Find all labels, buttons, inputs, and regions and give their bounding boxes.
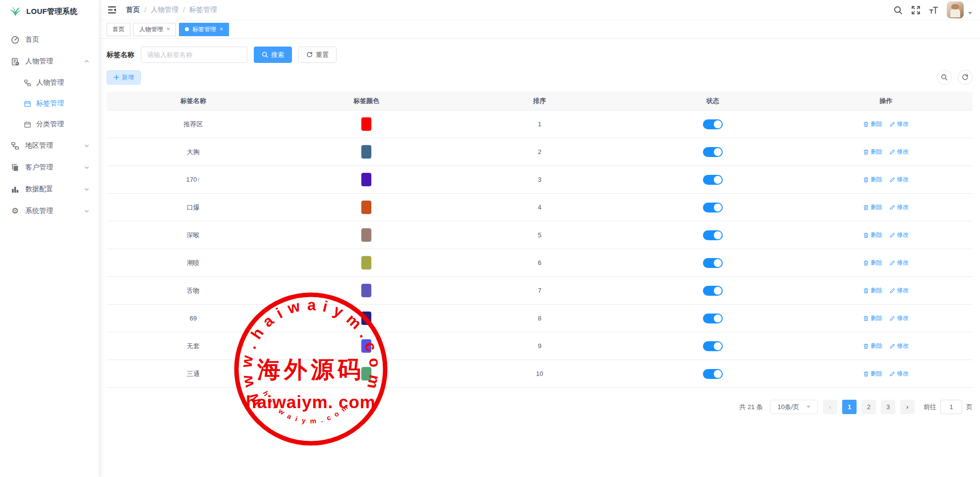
sidebar-item-person-management[interactable]: 人物管理: [0, 51, 99, 72]
goto-label: 前往: [923, 403, 936, 412]
edit-button[interactable]: 修改: [889, 120, 909, 128]
next-page-button[interactable]: ›: [900, 400, 915, 414]
page-unit-label: 页: [966, 403, 973, 412]
close-icon[interactable]: ×: [220, 26, 223, 32]
status-toggle[interactable]: [703, 175, 723, 185]
edit-button[interactable]: 修改: [889, 342, 909, 350]
delete-button[interactable]: 删除: [863, 370, 882, 378]
page-button-2[interactable]: 2: [862, 400, 876, 414]
breadcrumb-level2: 标签管理: [189, 5, 217, 14]
page-button-3[interactable]: 3: [881, 400, 895, 414]
font-size-icon[interactable]: [929, 5, 938, 15]
column-header-actions: 操作: [800, 97, 973, 106]
status-toggle[interactable]: [703, 314, 723, 323]
tab-person-management[interactable]: 人物管理 ×: [133, 23, 176, 36]
delete-button[interactable]: 删除: [863, 342, 882, 350]
delete-button[interactable]: 删除: [863, 286, 882, 295]
edit-button[interactable]: 修改: [889, 259, 909, 267]
reset-button[interactable]: 重置: [298, 47, 337, 63]
sidebar-item-system-management[interactable]: ⚙ 系统管理: [0, 200, 99, 222]
sidebar-item-label: 标签管理: [36, 99, 64, 108]
table-refresh-icon[interactable]: [958, 70, 973, 85]
tag-color-swatch[interactable]: [361, 284, 371, 297]
calendar-icon: [24, 100, 31, 107]
sort-cell: 5: [453, 231, 626, 239]
edit-button[interactable]: 修改: [889, 175, 909, 184]
chevron-down-icon: [84, 143, 90, 149]
delete-button[interactable]: 删除: [863, 120, 882, 128]
tag-color-swatch[interactable]: [361, 145, 371, 159]
sidebar-item-label: 分类管理: [36, 120, 64, 129]
calendar-icon: [24, 121, 31, 128]
sidebar-subitem-person[interactable]: 人物管理: [0, 72, 99, 93]
delete-button[interactable]: 删除: [863, 203, 882, 212]
close-icon[interactable]: ×: [167, 26, 170, 32]
tag-name-input[interactable]: [141, 47, 247, 63]
status-toggle[interactable]: [703, 341, 723, 351]
edit-button[interactable]: 修改: [889, 203, 909, 212]
tag-color-swatch[interactable]: [361, 117, 371, 131]
topbar-actions: [893, 1, 972, 18]
tag-color-swatch[interactable]: [361, 312, 371, 325]
tag-color-swatch[interactable]: [361, 201, 371, 214]
delete-button[interactable]: 删除: [863, 231, 882, 239]
goto-page-input[interactable]: [940, 400, 962, 414]
tab-home[interactable]: 首页: [107, 23, 130, 36]
status-toggle[interactable]: [703, 258, 723, 268]
tag-color-swatch[interactable]: [361, 228, 371, 242]
table-row: 69 8 删除 修改: [107, 305, 973, 332]
edit-button[interactable]: 修改: [889, 314, 909, 322]
user-menu-caret-icon[interactable]: [968, 12, 972, 14]
sidebar-subitem-category[interactable]: 分类管理: [0, 114, 99, 135]
tag-name-cell: 舌吻: [107, 286, 280, 295]
page-button-1[interactable]: 1: [842, 400, 857, 414]
sidebar-item-home[interactable]: 首页: [0, 29, 99, 51]
plus-icon: [114, 74, 119, 80]
breadcrumb-home[interactable]: 首页: [126, 5, 140, 14]
edit-button[interactable]: 修改: [889, 231, 909, 239]
delete-button[interactable]: 删除: [863, 314, 882, 322]
org-nodes-icon: [24, 79, 31, 87]
chevron-down-icon: [84, 164, 90, 170]
tag-color-swatch[interactable]: [361, 339, 371, 353]
page-size-select[interactable]: 10条/页: [770, 400, 818, 414]
status-toggle[interactable]: [703, 147, 723, 157]
sidebar-item-data-config[interactable]: 数据配置: [0, 178, 99, 200]
prev-page-button[interactable]: ‹: [823, 400, 837, 414]
collapse-sidebar-icon[interactable]: [107, 5, 117, 15]
sidebar-item-customer-management[interactable]: 客户管理: [0, 157, 99, 178]
sort-cell: 7: [453, 287, 626, 294]
status-toggle[interactable]: [703, 369, 723, 379]
edit-button[interactable]: 修改: [889, 370, 909, 378]
topbar: 首页 / 人物管理 / 标签管理: [99, 0, 980, 20]
delete-button[interactable]: 删除: [863, 259, 882, 267]
tag-name-cell: 三通: [107, 370, 280, 378]
tab-tag-management[interactable]: 标签管理 ×: [179, 23, 229, 36]
user-avatar[interactable]: [947, 1, 964, 18]
status-toggle[interactable]: [703, 230, 723, 240]
table-search-toggle-icon[interactable]: [937, 70, 952, 85]
fullscreen-icon[interactable]: [911, 5, 921, 15]
edit-button[interactable]: 修改: [889, 148, 909, 156]
tag-name-cell: 深喉: [107, 231, 280, 240]
status-toggle[interactable]: [703, 203, 723, 212]
sort-cell: 1: [453, 120, 626, 128]
sidebar-item-label: 人物管理: [25, 57, 53, 66]
search-icon[interactable]: [893, 5, 903, 15]
search-button[interactable]: 搜索: [254, 47, 292, 63]
tag-color-swatch[interactable]: [361, 256, 371, 269]
refresh-icon: [306, 52, 313, 58]
table-row: 三通 10 删除 修改: [107, 360, 973, 388]
sidebar-subitem-tag[interactable]: 标签管理: [0, 93, 99, 114]
add-button[interactable]: 新增: [107, 70, 141, 85]
sidebar-item-label: 客户管理: [25, 163, 53, 172]
status-toggle[interactable]: [703, 286, 723, 296]
status-toggle[interactable]: [703, 119, 723, 129]
sidebar-item-region-management[interactable]: 地区管理: [0, 135, 99, 157]
tag-color-swatch[interactable]: [361, 173, 371, 186]
tag-color-swatch[interactable]: [361, 367, 371, 380]
delete-button[interactable]: 删除: [863, 175, 882, 184]
edit-button[interactable]: 修改: [889, 286, 909, 295]
delete-button[interactable]: 删除: [863, 148, 882, 156]
add-button-label: 新增: [122, 73, 134, 82]
